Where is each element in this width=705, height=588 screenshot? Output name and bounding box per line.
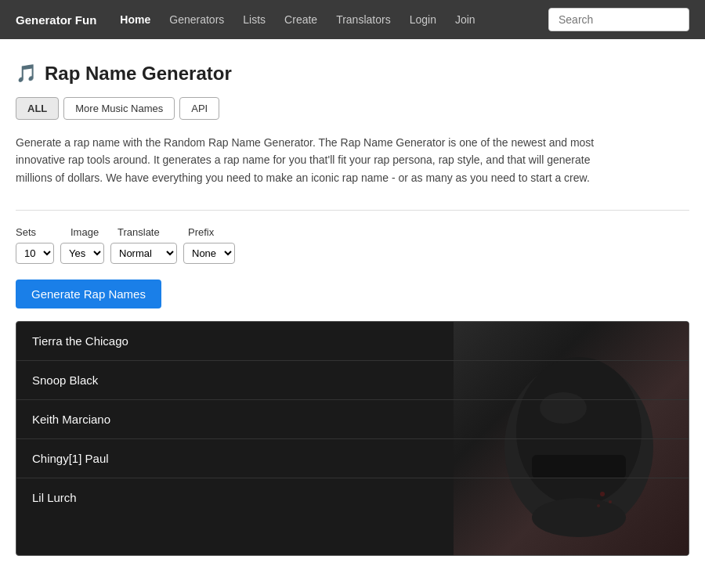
navbar: Generator Fun Home Generators Lists Crea… — [0, 0, 705, 39]
divider — [16, 210, 689, 211]
tab-more-music-names[interactable]: More Music Names — [63, 97, 175, 120]
nav-link-login[interactable]: Login — [402, 9, 444, 31]
prefix-select[interactable]: None Lil Big DJ — [183, 243, 235, 264]
result-item-1: Tierra the Chicago — [16, 322, 689, 361]
label-sets: Sets — [16, 226, 70, 238]
label-prefix: Prefix — [188, 226, 243, 238]
nav-link-home[interactable]: Home — [112, 9, 158, 31]
page-icon: 🎵 — [16, 63, 37, 84]
result-item-4: Chingy[1] Paul — [16, 439, 689, 478]
search-container — [548, 8, 689, 31]
tab-all[interactable]: ALL — [16, 97, 59, 120]
description: Generate a rap name with the Random Rap … — [16, 134, 627, 186]
nav-link-translators[interactable]: Translators — [328, 9, 399, 31]
result-item-2: Snoop Black — [16, 361, 689, 400]
result-item-3: Keith Marciano — [16, 400, 689, 439]
controls-labels: Sets Image Translate Prefix — [16, 226, 689, 238]
result-item-5: Lil Lurch — [16, 478, 689, 517]
title-row: 🎵 Rap Name Generator — [16, 63, 689, 85]
label-image: Image — [70, 226, 118, 238]
label-translate: Translate — [118, 226, 188, 238]
nav-link-join[interactable]: Join — [447, 9, 483, 31]
main-content: 🎵 Rap Name Generator ALL More Music Name… — [0, 39, 705, 572]
generate-button[interactable]: Generate Rap Names — [16, 280, 161, 308]
nav-link-lists[interactable]: Lists — [235, 9, 273, 31]
tabs: ALL More Music Names API — [16, 97, 689, 120]
controls-row: 10 5 15 20 Yes No Normal Pig Latin Elvis… — [16, 243, 689, 264]
nav-links: Home Generators Lists Create Translators… — [112, 9, 548, 31]
page-title: Rap Name Generator — [45, 63, 232, 85]
results-box: Tierra the Chicago Snoop Black Keith Mar… — [16, 321, 689, 556]
tab-api[interactable]: API — [179, 97, 219, 120]
image-select[interactable]: Yes No — [60, 243, 104, 264]
nav-link-generators[interactable]: Generators — [161, 9, 232, 31]
sets-select[interactable]: 10 5 15 20 — [16, 243, 54, 264]
search-input[interactable] — [548, 8, 689, 31]
nav-link-create[interactable]: Create — [277, 9, 325, 31]
nav-brand[interactable]: Generator Fun — [16, 13, 96, 27]
translate-select[interactable]: Normal Pig Latin Elvish Spanish — [110, 243, 177, 264]
